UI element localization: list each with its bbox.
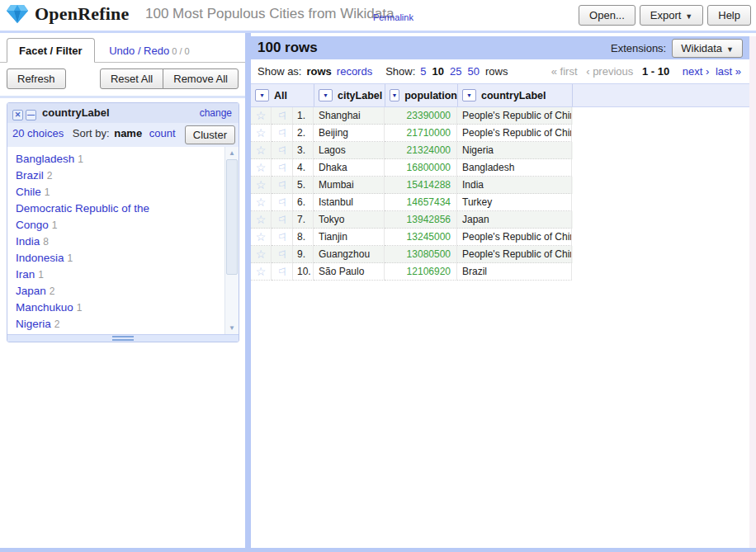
city-cell[interactable]: Tianjin xyxy=(314,229,385,246)
flag-cell[interactable]: ⚐ xyxy=(272,194,293,211)
facet-choice-label[interactable]: Manchukuo xyxy=(16,301,73,314)
facet-choice-label[interactable]: Bangladesh xyxy=(16,153,74,165)
star-icon[interactable]: ☆ xyxy=(256,266,267,277)
country-cell[interactable]: People's Republic of China xyxy=(457,107,572,125)
star-cell[interactable]: ☆ xyxy=(251,125,272,142)
city-cell[interactable]: São Paulo xyxy=(314,263,385,281)
facet-choice-label[interactable]: Iran xyxy=(16,268,35,281)
open-button[interactable]: Open... xyxy=(579,5,636,26)
flag-icon[interactable]: ⚐ xyxy=(277,249,287,260)
flag-cell[interactable]: ⚐ xyxy=(272,211,293,229)
facet-choice[interactable]: Bangladesh1 xyxy=(16,151,189,167)
permalink-link[interactable]: Permalink xyxy=(373,12,413,22)
facet-scrollbar[interactable]: ▲ ▼ xyxy=(224,147,239,334)
facet-choice[interactable]: Brazil2 xyxy=(16,167,189,184)
flag-cell[interactable]: ⚐ xyxy=(272,263,293,281)
column-menu-button[interactable]: ▼ xyxy=(255,89,269,101)
star-cell[interactable]: ☆ xyxy=(251,246,272,263)
city-cell[interactable]: Guangzhou xyxy=(314,246,385,263)
star-icon[interactable]: ☆ xyxy=(256,196,267,208)
facet-choice-label[interactable]: Japan xyxy=(16,285,46,297)
column-menu-button[interactable]: ▼ xyxy=(390,89,399,101)
facet-choice[interactable]: Manchukuo1 xyxy=(16,300,189,316)
population-cell[interactable]: 13080500 xyxy=(385,246,457,263)
country-cell[interactable]: Nigeria xyxy=(457,142,572,159)
column-menu-button[interactable]: ▼ xyxy=(319,89,333,101)
star-icon[interactable]: ☆ xyxy=(256,231,267,243)
facet-resize-handle[interactable] xyxy=(7,334,239,342)
flag-icon[interactable]: ⚐ xyxy=(277,232,287,243)
country-cell[interactable]: India xyxy=(457,177,572,194)
page-last[interactable]: last » xyxy=(716,65,741,78)
flag-cell[interactable]: ⚐ xyxy=(272,159,293,177)
star-icon[interactable]: ☆ xyxy=(256,214,267,225)
page-size-25[interactable]: 25 xyxy=(450,65,461,78)
flag-icon[interactable]: ⚐ xyxy=(277,267,287,277)
flag-cell[interactable]: ⚐ xyxy=(272,107,293,125)
country-cell[interactable]: Japan xyxy=(457,211,572,229)
city-cell[interactable]: Shanghai xyxy=(314,107,385,125)
country-cell[interactable]: People's Republic of China xyxy=(457,229,572,246)
help-button[interactable]: Help xyxy=(707,5,751,26)
facet-choices-count-link[interactable]: 20 choices xyxy=(12,127,64,139)
star-cell[interactable]: ☆ xyxy=(251,142,272,159)
facet-choice[interactable]: Japan2 xyxy=(16,283,189,300)
star-icon[interactable]: ☆ xyxy=(256,248,267,260)
star-cell[interactable]: ☆ xyxy=(251,211,272,229)
star-cell[interactable]: ☆ xyxy=(251,107,272,125)
city-cell[interactable]: Dhaka xyxy=(314,159,385,177)
star-cell[interactable]: ☆ xyxy=(251,229,272,246)
facet-choice[interactable]: Chile1 xyxy=(16,184,189,201)
flag-cell[interactable]: ⚐ xyxy=(272,177,293,194)
flag-icon[interactable]: ⚐ xyxy=(277,215,287,225)
export-button[interactable]: Export▼ xyxy=(640,5,704,26)
star-icon[interactable]: ☆ xyxy=(256,144,267,156)
star-cell[interactable]: ☆ xyxy=(251,263,272,281)
population-cell[interactable]: 21324000 xyxy=(385,142,457,159)
population-cell[interactable]: 16800000 xyxy=(385,159,457,177)
city-cell[interactable]: Istanbul xyxy=(314,194,385,211)
star-icon[interactable]: ☆ xyxy=(256,110,267,121)
flag-cell[interactable]: ⚐ xyxy=(272,246,293,263)
flag-cell[interactable]: ⚐ xyxy=(272,125,293,142)
page-next[interactable]: next › xyxy=(683,65,710,78)
flag-cell[interactable]: ⚐ xyxy=(272,229,293,246)
population-cell[interactable]: 14657434 xyxy=(385,194,457,211)
country-cell[interactable]: Bangladesh xyxy=(457,159,572,177)
sort-by-name[interactable]: name xyxy=(114,127,142,139)
window-scrollbar-track[interactable] xyxy=(749,36,756,548)
column-menu-button[interactable]: ▼ xyxy=(462,89,476,101)
country-cell[interactable]: People's Republic of China xyxy=(457,125,572,142)
facet-choice-label[interactable]: Indonesia xyxy=(16,252,64,264)
facet-scrollbar-thumb[interactable] xyxy=(226,159,238,275)
reset-all-button[interactable]: Reset All xyxy=(100,68,163,89)
remove-all-button[interactable]: Remove All xyxy=(163,68,239,89)
flag-icon[interactable]: ⚐ xyxy=(277,128,287,139)
star-cell[interactable]: ☆ xyxy=(251,194,272,211)
facet-choice[interactable]: Democratic Republic of the Congo1 xyxy=(16,201,189,234)
show-as-records[interactable]: records xyxy=(337,65,372,78)
panel-resize-divider[interactable] xyxy=(245,33,251,548)
page-size-5[interactable]: 5 xyxy=(420,65,426,78)
star-cell[interactable]: ☆ xyxy=(251,159,272,177)
country-cell[interactable]: Brazil xyxy=(457,263,572,281)
facet-choice[interactable]: Iran1 xyxy=(16,267,189,283)
scroll-down-icon[interactable]: ▼ xyxy=(225,322,239,334)
tab-facet-filter[interactable]: Facet / Filter xyxy=(7,38,95,63)
population-cell[interactable]: 23390000 xyxy=(385,107,457,125)
facet-choice[interactable]: Indonesia1 xyxy=(16,250,189,267)
flag-cell[interactable]: ⚐ xyxy=(272,142,293,159)
population-cell[interactable]: 21710000 xyxy=(385,125,457,142)
city-cell[interactable]: Tokyo xyxy=(314,211,385,229)
wikidata-extension-button[interactable]: Wikidata▼ xyxy=(672,39,743,58)
facet-choice[interactable]: Nigeria2 xyxy=(16,316,189,333)
sort-by-count[interactable]: count xyxy=(149,127,176,139)
facet-choice-label[interactable]: Nigeria xyxy=(16,318,51,330)
star-icon[interactable]: ☆ xyxy=(256,127,267,139)
facet-close-icon[interactable]: ✕ xyxy=(12,110,23,120)
flag-icon[interactable]: ⚐ xyxy=(277,197,287,208)
population-cell[interactable]: 15414288 xyxy=(385,177,457,194)
population-cell[interactable]: 13942856 xyxy=(385,211,457,229)
page-size-10[interactable]: 10 xyxy=(432,65,444,78)
facet-minimize-icon[interactable]: — xyxy=(26,110,36,120)
